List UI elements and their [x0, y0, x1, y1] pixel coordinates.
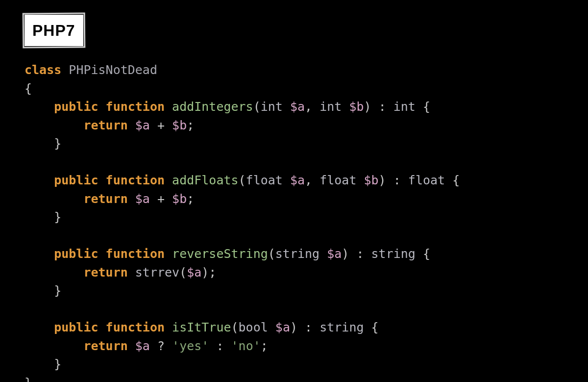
keyword-class: class [24, 63, 61, 77]
return-type: string [319, 320, 364, 334]
keyword-return: return [83, 192, 127, 206]
ternary-q: ? [157, 339, 165, 353]
keyword-function: function [106, 320, 165, 334]
keyword-function: function [106, 173, 165, 187]
var: $a [187, 265, 201, 280]
keyword-public: public [54, 173, 98, 187]
param-type: int [261, 100, 283, 114]
var: $b [172, 118, 187, 132]
string-literal: 'yes' [172, 339, 209, 353]
keyword-return: return [83, 265, 127, 280]
param-type: float [246, 173, 283, 187]
var: $b [172, 192, 187, 206]
php7-badge: PHP7 [24, 15, 83, 46]
var: $a [135, 118, 150, 132]
keyword-function: function [106, 247, 165, 261]
param-var: $b [349, 100, 364, 114]
return-type: string [371, 247, 416, 261]
keyword-public: public [54, 247, 98, 261]
function-name: reverseString [172, 247, 268, 261]
param-type: float [319, 173, 356, 187]
brace-close: } [24, 376, 32, 382]
param-var: $a [290, 100, 305, 114]
return-type: int [393, 100, 416, 114]
keyword-public: public [54, 320, 98, 334]
keyword-function: function [106, 100, 165, 114]
keyword-return: return [83, 118, 127, 132]
ternary-colon: : [216, 339, 223, 353]
var: $a [135, 192, 150, 206]
param-type: bool [239, 320, 268, 334]
param-var: $a [275, 320, 290, 334]
param-var: $b [364, 173, 379, 187]
var: $a [135, 339, 150, 353]
return-type: float [408, 173, 445, 187]
code-block: class PHPisNotDead { public function add… [24, 61, 564, 382]
keyword-return: return [83, 339, 127, 353]
param-type: string [275, 247, 319, 261]
function-name: isItTrue [172, 320, 231, 334]
function-call: strrev [135, 265, 179, 280]
string-literal: 'no' [231, 339, 261, 353]
function-name: addIntegers [172, 100, 253, 114]
operator: + [157, 118, 165, 132]
class-name: PHPisNotDead [69, 63, 157, 77]
operator: + [157, 192, 165, 206]
function-name: addFloats [172, 173, 238, 187]
param-type: int [319, 100, 342, 114]
param-var: $a [290, 173, 305, 187]
keyword-public: public [54, 100, 98, 114]
param-var: $a [327, 247, 342, 261]
brace-open: { [24, 81, 32, 96]
